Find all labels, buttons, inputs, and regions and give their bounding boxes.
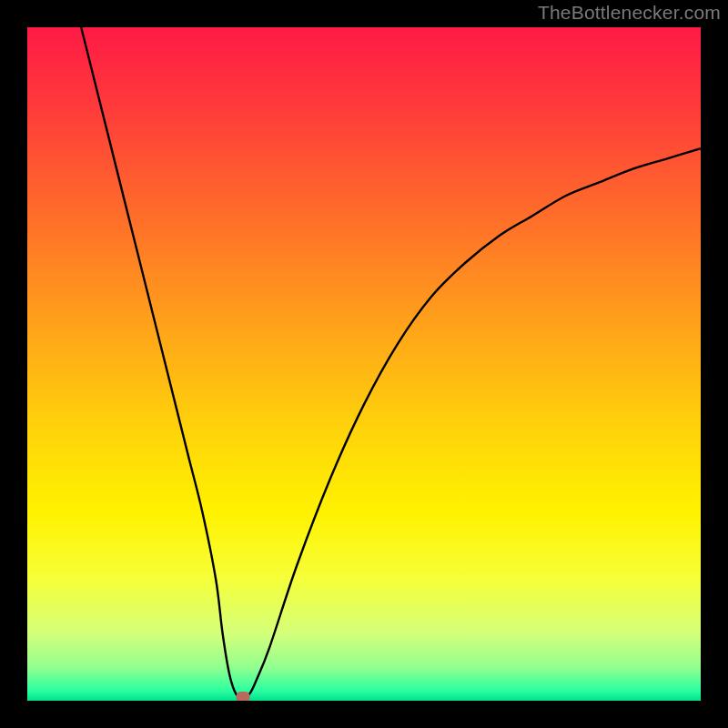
bottleneck-marker — [236, 692, 249, 701]
gradient-background — [27, 27, 701, 701]
plot-svg — [27, 27, 701, 701]
watermark-text: TheBottlenecker.com — [538, 2, 721, 24]
chart-frame: TheBottlenecker.com — [0, 0, 728, 728]
plot-area — [27, 27, 701, 701]
